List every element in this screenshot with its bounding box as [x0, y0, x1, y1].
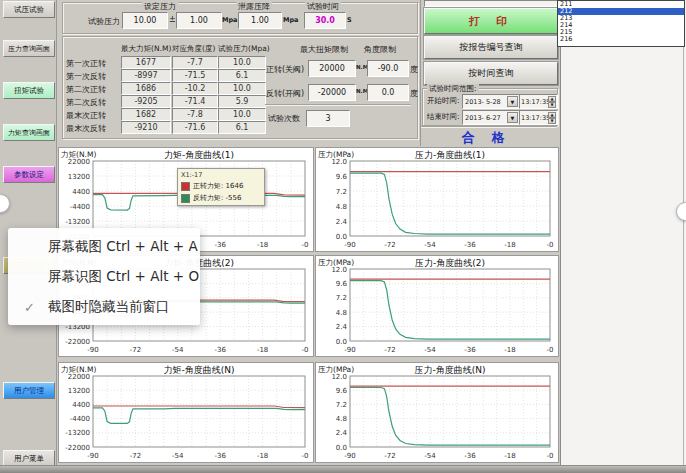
query-by-time-button[interactable]: 按时间查询 — [424, 62, 558, 85]
svg-text:4.8: 4.8 — [336, 309, 347, 317]
overlay-handle-right[interactable] — [676, 202, 686, 221]
svg-text:2.4: 2.4 — [336, 429, 348, 437]
reverse-torque-field[interactable]: -20000 — [308, 84, 356, 101]
svg-text:-0: -0 — [547, 452, 554, 460]
end-date-value: 2013- 6-27 — [465, 114, 501, 122]
sidebar-item-pressure-query[interactable]: 压力查询画面 — [3, 40, 55, 57]
forward-angle-field[interactable]: -90.0 — [367, 60, 409, 77]
svg-text:-18: -18 — [504, 452, 515, 460]
chart-torque-curve-n: 力矩(N.M)力矩-角度曲线(N)22000132004400-4400-132… — [58, 362, 314, 463]
svg-text:-72: -72 — [384, 346, 395, 354]
svg-text:2.4: 2.4 — [336, 218, 348, 226]
sidebar-item-pressure-test[interactable]: 试压试验 — [3, 1, 55, 18]
table-cell: -71.5 — [172, 69, 218, 82]
svg-text:-36: -36 — [214, 241, 226, 249]
tolerance-field[interactable]: 1.00 — [176, 12, 222, 29]
sidebar-item-torque-test[interactable]: 扭矩试验 — [3, 82, 55, 99]
set-pressure-header: 设定压力 — [142, 1, 178, 12]
test-time-header: 试验时间 — [305, 1, 341, 12]
svg-text:-0: -0 — [547, 241, 554, 249]
svg-text:-0: -0 — [302, 346, 309, 354]
svg-text:-54: -54 — [424, 452, 436, 460]
svg-text:-0: -0 — [302, 452, 309, 460]
desktop-window-edge — [683, 0, 684, 465]
list-item[interactable]: 215 — [558, 29, 684, 36]
list-item[interactable]: 216 — [558, 36, 684, 43]
dropdown-arrow-icon[interactable]: ▼ — [507, 112, 518, 123]
taskbar-strip[interactable] — [0, 465, 686, 473]
svg-text:-4400: -4400 — [70, 203, 90, 211]
sidebar-item-torque-query[interactable]: 力矩查询画面 — [3, 124, 55, 141]
svg-text:-54: -54 — [172, 346, 184, 354]
row-label: 第二次正转 — [66, 84, 106, 95]
chart-pressure-curve-n: 压力(MPa)压力-角度曲线(N)12.09.67.24.82.40.0-90-… — [315, 362, 559, 463]
table-cell: 1682 — [121, 108, 171, 121]
menu-item-screen-capture[interactable]: 屏幕截图 Ctrl + Alt + A — [8, 234, 200, 260]
list-item[interactable]: 211 — [558, 1, 684, 8]
menu-item-screen-ocr[interactable]: 屏幕识图 Ctrl + Alt + O — [8, 264, 200, 290]
test-pressure-label: 试验压力 — [88, 16, 120, 27]
angle-limit-header: 角度限制 — [364, 44, 396, 55]
tooltip-entry: 反转力矩: -556 — [193, 193, 241, 203]
leak-drop-field[interactable]: 1.00 — [238, 12, 282, 29]
svg-text:-0: -0 — [302, 241, 309, 249]
svg-text:-36: -36 — [464, 346, 476, 354]
partial-field — [424, 0, 558, 7]
svg-text:-22000: -22000 — [65, 338, 90, 346]
sidebar-item-parameter-setting[interactable]: 参数设定 — [3, 166, 55, 183]
chart-pressure-curve-2: 压力(MPa)压力-角度曲线(2)12.09.67.24.82.40.0-90-… — [315, 255, 559, 357]
green-swatch-icon — [181, 194, 190, 203]
table-cell: -71.6 — [172, 121, 218, 134]
row-label: 最末次正转 — [66, 110, 106, 121]
spinner-icon[interactable]: ▲▼ — [548, 96, 556, 107]
row-label: 第二次反转 — [66, 97, 106, 108]
list-item-selected[interactable]: 212 — [558, 8, 684, 15]
table-cell: -10.2 — [172, 82, 218, 95]
screen: 试压试验 压力查询画面 扭矩试验 力矩查询画面 参数设定 厂家参数 用户管理 用… — [0, 0, 686, 473]
spinner-icon[interactable]: ▲▼ — [548, 112, 556, 123]
svg-text:-54: -54 — [172, 452, 184, 460]
svg-text:0.0: 0.0 — [336, 338, 347, 346]
dropdown-arrow-icon[interactable]: ▼ — [507, 96, 518, 107]
report-number-list[interactable]: 211 212 213 214 215 216 — [557, 0, 685, 47]
menu-item-label: 屏幕截图 Ctrl + Alt + A — [48, 238, 198, 256]
svg-text:-18: -18 — [504, 241, 515, 249]
end-time-picker[interactable]: 13:17:35 ▲▼ — [519, 110, 558, 125]
end-date-picker[interactable]: 2013- 6-27 ▼ — [462, 110, 520, 125]
test-pressure-field[interactable]: 10.00 — [122, 12, 168, 29]
chart-pressure-curve-1: 压力(MPa)压力-角度曲线(1)12.09.67.24.82.40.0-90-… — [315, 147, 559, 252]
test-count-label: 试验次数 — [268, 113, 300, 124]
reverse-angle-field[interactable]: 0.0 — [367, 84, 409, 101]
table-cell: -71.4 — [172, 95, 218, 108]
verdict-separator — [421, 126, 557, 127]
print-button[interactable]: 打 印 — [424, 8, 558, 34]
menu-item-label: 屏幕识图 Ctrl + Alt + O — [48, 268, 199, 286]
verdict-text: 合 格 — [462, 129, 511, 147]
tooltip-header: X1:-17 — [181, 171, 261, 179]
query-by-report-button[interactable]: 按报告编号查询 — [424, 36, 558, 59]
table-cell: -7.7 — [172, 56, 218, 69]
svg-text:-90: -90 — [87, 452, 98, 460]
test-count-field[interactable]: 3 — [306, 110, 350, 127]
svg-text:-72: -72 — [384, 241, 395, 249]
svg-text:-36: -36 — [214, 452, 226, 460]
menu-item-hide-window[interactable]: ✓ 截图时隐藏当前窗口 — [8, 294, 200, 320]
table-cell: 10.0 — [218, 56, 266, 69]
list-item[interactable]: 214 — [558, 22, 684, 29]
svg-text:压力-角度曲线(2): 压力-角度曲线(2) — [415, 258, 485, 268]
forward-torque-field[interactable]: 20000 — [308, 60, 356, 77]
sidebar-item-user-management[interactable]: 用户管理 — [3, 382, 55, 399]
start-time-value: 13:17:35 — [521, 98, 550, 106]
svg-text:7.2: 7.2 — [336, 188, 347, 196]
row-label: 最末次反转 — [66, 123, 106, 134]
svg-text:-90: -90 — [344, 241, 355, 249]
red-swatch-icon — [181, 182, 190, 191]
start-time-picker[interactable]: 13:17:35 ▲▼ — [519, 94, 558, 109]
table-cell: -9210 — [121, 121, 171, 134]
svg-text:9.6: 9.6 — [336, 387, 348, 395]
list-item[interactable]: 213 — [558, 15, 684, 22]
seconds-unit: S — [347, 16, 352, 24]
tooltip-entry: 正转力矩: 1646 — [193, 181, 243, 191]
test-time-field[interactable]: 30.0 — [304, 12, 346, 29]
start-date-picker[interactable]: 2013- 5-28 ▼ — [462, 94, 520, 109]
